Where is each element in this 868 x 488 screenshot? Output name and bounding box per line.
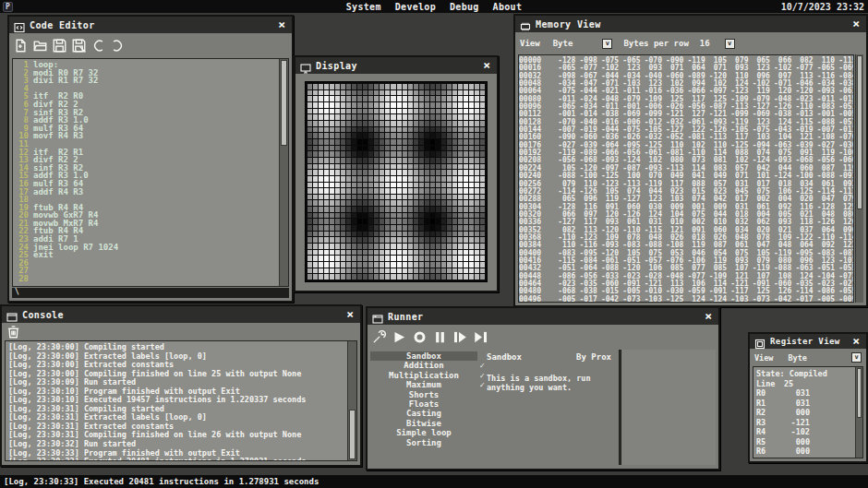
pixel <box>319 158 323 163</box>
scrollbar-thumb[interactable] <box>349 410 356 459</box>
code-area[interactable]: 1loop:2modi R0 R7 323divi R1 R7 3245itf … <box>12 58 289 287</box>
pixel <box>414 170 418 175</box>
save-as-icon[interactable] <box>72 39 86 53</box>
pixel <box>363 225 368 231</box>
display-titlebar[interactable]: Display × <box>295 57 497 74</box>
view-mode-dropdown-icon[interactable]: v <box>602 39 612 49</box>
program-item-casting[interactable]: Casting <box>370 409 477 418</box>
code-scrollbar[interactable] <box>279 59 288 286</box>
view-mode-value[interactable]: Byte <box>553 39 573 48</box>
pixel <box>352 109 356 114</box>
scrollbar-thumb[interactable] <box>281 60 287 146</box>
console-scrollbar[interactable] <box>347 341 356 460</box>
register-scrollbar[interactable] <box>855 367 862 458</box>
app-logo[interactable]: P <box>3 2 13 12</box>
pixel <box>307 102 312 108</box>
memory-scrollbar[interactable] <box>855 54 863 303</box>
program-item-addition[interactable]: Addition✓ <box>370 361 477 370</box>
pixel <box>441 188 446 194</box>
pixel <box>452 121 457 126</box>
memory-view-titlebar[interactable]: Memory View × <box>515 16 866 32</box>
program-item-multiplication[interactable]: Multiplication✓ <box>370 371 477 380</box>
program-item-shorts[interactable]: Shorts <box>370 390 477 399</box>
pixel <box>319 84 323 89</box>
pixel <box>464 183 468 188</box>
menu-item-debug[interactable]: Debug <box>450 2 479 12</box>
program-item-simple-loop[interactable]: Simple loop <box>370 428 477 437</box>
code-editor-titlebar[interactable]: Code Editor × <box>9 17 292 33</box>
register-view-titlebar[interactable]: Register View × <box>750 334 866 349</box>
pixel <box>391 207 395 212</box>
pixel <box>313 237 318 243</box>
pixel <box>425 176 429 182</box>
close-icon[interactable]: × <box>481 59 492 72</box>
pixel <box>452 170 457 175</box>
pixel <box>425 127 429 133</box>
menu-item-about[interactable]: About <box>493 2 523 12</box>
close-icon[interactable]: × <box>703 310 714 323</box>
pixel <box>324 139 329 145</box>
program-item-maximum[interactable]: Maximum✓ <box>370 380 477 389</box>
close-icon[interactable]: × <box>850 18 862 30</box>
pixel <box>307 121 312 126</box>
console-log[interactable]: [Log, 23:30:00] Compiling started[Log, 2… <box>5 340 357 461</box>
view-mode-dropdown-icon[interactable]: v <box>851 352 862 363</box>
program-item-floats[interactable]: Floats <box>370 399 477 409</box>
new-file-icon[interactable] <box>14 39 28 53</box>
play-icon[interactable] <box>392 330 406 344</box>
wrench-icon[interactable] <box>372 330 386 344</box>
pixel <box>419 90 424 96</box>
pixel <box>403 207 407 212</box>
pixel <box>414 225 418 231</box>
memory-table[interactable]: 00000-128-098-075-065-070-090-1191050790… <box>518 54 854 303</box>
pause-icon[interactable] <box>433 330 447 344</box>
scrollbar-thumb[interactable] <box>857 55 862 209</box>
undo-icon[interactable] <box>91 39 105 53</box>
pixel <box>464 219 468 224</box>
pixel <box>458 102 463 108</box>
view-mode-value[interactable]: Byte <box>788 353 806 363</box>
menu-item-develop[interactable]: Develop <box>395 2 436 12</box>
pixel <box>374 109 379 114</box>
pixel <box>368 146 373 151</box>
redo-icon[interactable] <box>111 39 125 53</box>
menu-item-system[interactable]: System <box>346 2 381 12</box>
pixel <box>452 274 457 280</box>
pixel <box>425 96 429 101</box>
runner-titlebar[interactable]: Runner × <box>368 308 718 325</box>
bytes-per-row-dropdown-icon[interactable]: v <box>725 39 735 49</box>
pixel <box>430 232 435 237</box>
pixel <box>319 96 323 101</box>
resize-grip-icon[interactable]: \ <box>15 288 19 296</box>
pixel <box>397 200 402 206</box>
record-icon[interactable] <box>413 330 427 344</box>
pixel <box>430 274 435 280</box>
pixel <box>397 183 402 188</box>
pixel <box>480 188 485 194</box>
pixel <box>374 225 379 231</box>
program-item-sorting[interactable]: Sorting <box>370 438 477 447</box>
pixel <box>363 121 368 126</box>
save-icon[interactable] <box>53 39 66 53</box>
pixel <box>324 158 329 163</box>
register-list[interactable]: State: Compiled Line 25 R0031R1031R2000R… <box>753 366 863 458</box>
scrollbar-thumb[interactable] <box>857 368 862 418</box>
close-icon[interactable]: × <box>276 18 287 31</box>
open-file-icon[interactable] <box>33 39 47 53</box>
step-forward-icon[interactable] <box>453 330 467 344</box>
trash-icon[interactable] <box>6 325 20 339</box>
pixel <box>469 268 474 274</box>
close-icon[interactable]: × <box>344 308 356 321</box>
console-titlebar[interactable]: Console × <box>2 306 360 323</box>
program-item-bitwise[interactable]: Bitwise <box>370 419 477 428</box>
close-icon[interactable]: × <box>850 335 862 348</box>
pixel <box>441 151 446 157</box>
pixel <box>464 151 468 157</box>
bytes-per-row-value[interactable]: 16 <box>700 39 710 48</box>
pixel <box>330 250 334 256</box>
program-item-sandbox[interactable]: Sandbox <box>370 351 477 361</box>
pixel <box>469 207 474 212</box>
pixel <box>357 102 362 108</box>
skip-end-icon[interactable] <box>474 330 488 344</box>
pixel <box>324 232 329 237</box>
